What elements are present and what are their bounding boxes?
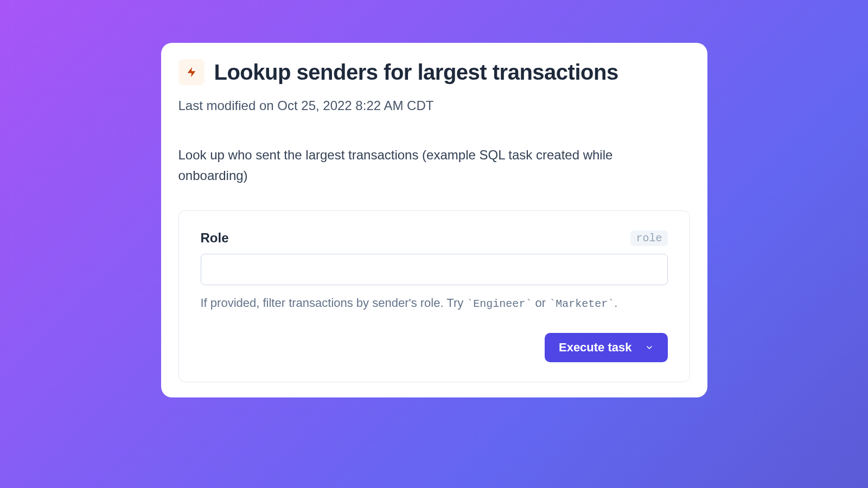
execute-task-button[interactable]: Execute task <box>545 333 668 362</box>
task-description: Look up who sent the largest transaction… <box>178 145 623 185</box>
page-title: Lookup senders for largest transactions <box>214 60 618 85</box>
role-param-badge: role <box>630 230 667 246</box>
help-code-marketer: `Marketer` <box>549 298 614 310</box>
help-code-engineer: `Engineer` <box>467 298 532 310</box>
task-icon-box <box>178 59 205 85</box>
card-header: Lookup senders for largest transactions <box>178 59 690 85</box>
role-field-label: Role <box>201 230 229 246</box>
button-row: Execute task <box>201 333 668 362</box>
help-text-suffix: . <box>614 296 617 310</box>
chevron-down-icon <box>645 343 654 352</box>
task-card: Lookup senders for largest transactions … <box>161 43 707 397</box>
help-text-prefix: If provided, filter transactions by send… <box>201 296 467 310</box>
help-text-or: or <box>532 296 549 310</box>
role-help-text: If provided, filter transactions by send… <box>201 294 668 312</box>
role-input[interactable] <box>201 254 668 285</box>
task-form: Role role If provided, filter transactio… <box>178 210 690 382</box>
lightning-icon <box>186 66 197 78</box>
last-modified-text: Last modified on Oct 25, 2022 8:22 AM CD… <box>178 98 690 113</box>
execute-button-label: Execute task <box>559 341 632 355</box>
field-header-row: Role role <box>201 230 668 246</box>
